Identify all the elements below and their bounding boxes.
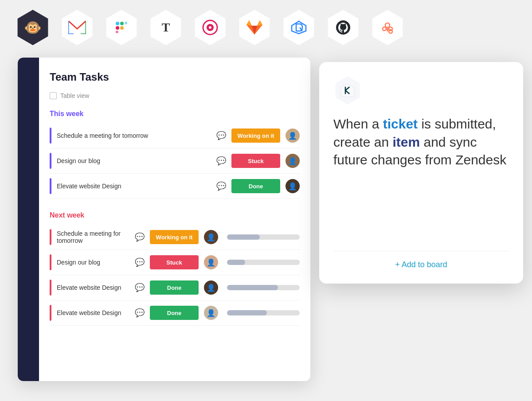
zendesk-card: When a ticket is submitted, create an it… — [319, 62, 523, 284]
table-row: Schedule a meeting for tomorrow 💬 Workin… — [50, 123, 300, 148]
avatar: 👤 — [204, 280, 218, 295]
task-border — [50, 229, 51, 245]
integration-icons-row: 🐵 — [13, 8, 407, 47]
task-name: Schedule a meeting for tomorrow — [57, 230, 129, 244]
toggl-hex[interactable] — [191, 8, 230, 47]
svg-rect-10 — [116, 31, 118, 33]
table-row: Elevate website Design 💬 Done 👤 — [50, 300, 300, 326]
status-badge[interactable]: Stuck — [150, 255, 199, 269]
this-week-section: This week Schedule a meeting for tomorro… — [50, 110, 300, 199]
svg-rect-5 — [116, 22, 119, 25]
status-badge[interactable]: Done — [231, 179, 280, 193]
avatar: 👤 — [286, 128, 300, 143]
progress-bar-fill — [227, 285, 278, 290]
table-row: Elevate website Design 💬 Done 👤 — [50, 174, 300, 199]
svg-point-20 — [383, 27, 386, 31]
typeform-icon: T — [162, 20, 170, 35]
svg-rect-7 — [116, 26, 119, 30]
svg-point-16 — [385, 23, 390, 27]
task-name: Elevate website Design — [57, 284, 129, 291]
progress-bar — [227, 234, 300, 240]
mailchimp-icon: 🐵 — [24, 20, 42, 35]
slack-hex[interactable] — [102, 8, 141, 47]
gmail-hex[interactable] — [58, 8, 97, 47]
github-hex[interactable] — [324, 8, 363, 47]
table-view-row: Table view — [50, 92, 300, 99]
zendesk-ticket-highlight: ticket — [383, 117, 418, 131]
zendesk-description: When a ticket is submitted, create an it… — [333, 115, 509, 242]
task-border — [50, 128, 51, 144]
status-badge[interactable]: Working on it — [150, 230, 199, 244]
table-row: Design our blog 💬 Stuck 👤 — [50, 250, 300, 275]
board-title: Team Tasks — [50, 71, 300, 83]
zendesk-logo-icon — [340, 82, 356, 98]
svg-marker-24 — [340, 84, 355, 97]
progress-bar — [227, 310, 300, 315]
chat-icon[interactable]: 💬 — [135, 232, 145, 242]
task-border — [50, 178, 51, 194]
task-border — [50, 153, 51, 169]
task-border — [50, 305, 51, 321]
avatar: 👤 — [204, 230, 218, 244]
slack-icon — [113, 19, 130, 36]
chat-icon[interactable]: 💬 — [135, 308, 145, 318]
table-view-checkbox[interactable] — [50, 92, 57, 99]
board-content: Team Tasks Table view This week Schedule… — [39, 58, 310, 351]
zendesk-text-part1: When a — [333, 117, 383, 131]
next-week-label: Next week — [50, 211, 300, 219]
toggl-icon — [201, 19, 219, 36]
progress-bar-fill — [227, 310, 267, 315]
table-view-label: Table view — [60, 92, 89, 99]
add-to-board-button[interactable]: + Add to board — [333, 260, 509, 269]
svg-rect-8 — [120, 26, 124, 30]
svg-point-13 — [209, 26, 211, 29]
hubspot-hex[interactable] — [368, 8, 407, 47]
status-badge[interactable]: Done — [150, 306, 199, 320]
gmail-icon — [68, 21, 86, 34]
chat-icon[interactable]: 💬 — [216, 156, 226, 166]
table-row: Elevate website Design 💬 Done 👤 — [50, 275, 300, 300]
task-border — [50, 254, 51, 270]
chat-icon[interactable]: 💬 — [135, 257, 145, 267]
task-name: Design our blog — [57, 259, 129, 266]
avatar: 👤 — [286, 179, 300, 193]
mailchimp-hex[interactable]: 🐵 — [13, 8, 52, 47]
zendesk-divider — [333, 251, 509, 251]
gitlab-hex[interactable] — [235, 8, 274, 47]
table-row: Schedule a meeting for tomorrow 💬 Workin… — [50, 225, 300, 250]
jira-hex[interactable] — [279, 8, 318, 47]
table-row: Design our blog 💬 Stuck 👤 — [50, 148, 300, 174]
svg-point-15 — [336, 20, 350, 35]
progress-bar-fill — [227, 234, 260, 240]
typeform-hex[interactable]: T — [146, 8, 185, 47]
svg-line-21 — [386, 29, 387, 30]
progress-bar-fill — [227, 260, 245, 265]
avatar: 👤 — [204, 255, 218, 269]
avatar: 👤 — [204, 306, 218, 320]
github-icon — [335, 19, 352, 36]
jira-icon — [290, 19, 308, 35]
svg-rect-6 — [120, 22, 124, 25]
zendesk-item-highlight: item — [392, 135, 420, 149]
sidebar — [18, 58, 39, 381]
chat-icon[interactable]: 💬 — [135, 283, 145, 292]
chat-icon[interactable]: 💬 — [216, 181, 226, 191]
progress-bar — [227, 285, 300, 290]
gitlab-icon — [246, 19, 263, 35]
task-name: Schedule a meeting for tomorrow — [57, 132, 211, 139]
zendesk-logo-hex — [333, 76, 362, 105]
task-name: Elevate website Design — [57, 183, 211, 190]
task-border — [50, 280, 51, 296]
next-week-section: Next week Schedule a meeting for tomorro… — [50, 211, 300, 326]
task-name: Elevate website Design — [57, 309, 129, 316]
status-badge[interactable]: Done — [150, 280, 199, 295]
status-badge[interactable]: Working on it — [231, 128, 280, 143]
status-badge[interactable]: Stuck — [231, 154, 280, 168]
svg-rect-9 — [125, 22, 127, 24]
progress-bar — [227, 260, 300, 265]
this-week-label: This week — [50, 110, 300, 118]
chat-icon[interactable]: 💬 — [216, 131, 226, 140]
hubspot-icon — [379, 19, 396, 36]
main-board-panel: Team Tasks Table view This week Schedule… — [18, 58, 310, 381]
task-name: Design our blog — [57, 157, 211, 164]
